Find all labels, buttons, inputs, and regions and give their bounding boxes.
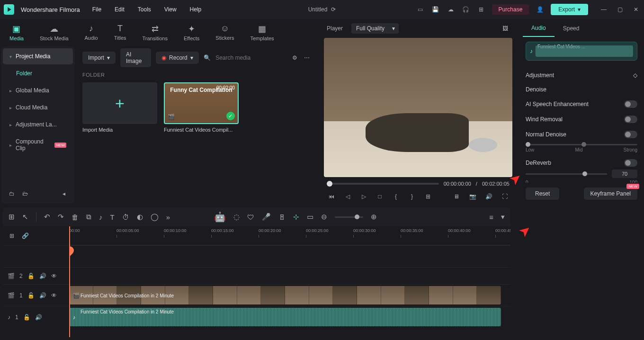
menu-tools[interactable]: Tools bbox=[138, 6, 151, 13]
track-lane-1[interactable]: 🎬 Funniest Cat Videos Compilation in 2 M… bbox=[69, 285, 510, 306]
ai-image-button[interactable]: AI Image bbox=[120, 48, 151, 67]
dereverb-slider[interactable] bbox=[526, 173, 607, 175]
dereverb-value[interactable]: 70 bbox=[612, 170, 637, 178]
lock-icon[interactable]: 🔓 bbox=[27, 273, 35, 279]
sidebar-global-media[interactable]: ▸Global Media bbox=[3, 82, 73, 98]
menu-edit[interactable]: Edit bbox=[115, 6, 125, 13]
visibility-icon[interactable]: 👁 bbox=[51, 292, 57, 299]
ai-button[interactable]: 🤖 bbox=[214, 211, 226, 223]
volume-icon[interactable]: 🔊 bbox=[484, 193, 493, 200]
import-media-tile[interactable]: + Import Media bbox=[82, 82, 157, 133]
account-icon[interactable]: 👤 bbox=[536, 5, 544, 14]
more-icon[interactable]: ⋯ bbox=[304, 54, 311, 62]
close-button[interactable]: ✕ bbox=[632, 5, 640, 14]
stop-button[interactable]: □ bbox=[375, 193, 385, 200]
tab-speed[interactable]: Speed bbox=[555, 20, 588, 36]
normal-denoise-toggle[interactable] bbox=[624, 131, 637, 138]
tab-media[interactable]: ▣Media bbox=[9, 24, 24, 41]
mute-icon[interactable]: 🔊 bbox=[39, 273, 46, 279]
track-lane-2[interactable] bbox=[69, 268, 510, 284]
menu-view[interactable]: View bbox=[164, 6, 177, 13]
mute-icon[interactable]: 🔊 bbox=[35, 314, 42, 321]
lock-icon[interactable]: 🔓 bbox=[27, 292, 35, 299]
chevron-down-icon[interactable]: ▾ bbox=[501, 213, 505, 221]
media-clip-tile[interactable]: 00:02:00 Funny Cat Compilation 🎬 ✓ Funni… bbox=[164, 82, 239, 133]
wind-removal-toggle[interactable] bbox=[624, 116, 637, 123]
tab-titles[interactable]: TTitles bbox=[114, 24, 126, 41]
lock-icon[interactable]: 🔓 bbox=[23, 314, 30, 321]
tab-audio[interactable]: ♪Audio bbox=[85, 24, 98, 41]
list-view-icon[interactable]: ≡ bbox=[489, 213, 493, 221]
playhead[interactable] bbox=[69, 226, 70, 337]
play-backward-button[interactable]: ◁ bbox=[343, 193, 352, 200]
keyframe-diamond-icon[interactable]: ◇ bbox=[633, 72, 637, 79]
menu-help[interactable]: Help bbox=[190, 6, 202, 13]
redo-button[interactable]: ↷ bbox=[58, 213, 64, 221]
record-dropdown[interactable]: ◉Record▾ bbox=[156, 52, 199, 64]
zoom-out-button[interactable]: ⊖ bbox=[321, 213, 327, 221]
video-clip[interactable]: 🎬 Funniest Cat Videos Compilation in 2 M… bbox=[69, 286, 501, 304]
fullscreen-icon[interactable]: ⛶ bbox=[500, 193, 510, 200]
link-icon[interactable]: 🔗 bbox=[21, 232, 29, 240]
display-icon[interactable]: 🖥 bbox=[452, 193, 461, 200]
search-input[interactable] bbox=[215, 54, 286, 61]
mark-in-button[interactable]: { bbox=[391, 193, 401, 200]
snapshot-icon[interactable]: 🖼 bbox=[501, 24, 510, 33]
mask-button[interactable]: ◯ bbox=[151, 213, 159, 221]
tab-templates[interactable]: ▦Templates bbox=[250, 24, 274, 41]
prev-frame-button[interactable]: ⏮ bbox=[327, 193, 336, 200]
music-button[interactable]: ♪ bbox=[99, 213, 103, 221]
add-track-icon[interactable]: ⊞ bbox=[8, 232, 16, 240]
sync-icon[interactable]: ⟳ bbox=[331, 6, 336, 13]
dereverb-toggle[interactable] bbox=[624, 159, 637, 167]
headphones-icon[interactable]: 🎧 bbox=[462, 5, 470, 14]
audio-track-lane[interactable]: ♪ Funniest Cat Videos Compilation in 2 M… bbox=[69, 306, 510, 328]
delete-button[interactable]: 🗑 bbox=[72, 213, 79, 221]
tab-audio[interactable]: Audio bbox=[523, 20, 555, 37]
minimize-button[interactable]: — bbox=[599, 5, 608, 14]
menu-file[interactable]: File bbox=[92, 6, 101, 13]
snap-icon[interactable]: ⊹ bbox=[293, 213, 299, 221]
sidebar-adjustment-layer[interactable]: ▸Adjustment La... bbox=[3, 116, 73, 133]
new-folder-icon[interactable]: 🗀 bbox=[8, 189, 16, 198]
sidebar-cloud-media[interactable]: ▸Cloud Media bbox=[3, 99, 73, 116]
shield-icon[interactable]: 🛡 bbox=[247, 213, 254, 221]
crop-button[interactable]: ⧉ bbox=[86, 213, 91, 221]
visibility-icon[interactable]: 👁 bbox=[51, 273, 57, 279]
text-button[interactable]: T bbox=[110, 213, 115, 221]
track-lane-empty[interactable] bbox=[69, 246, 510, 267]
apps-icon[interactable]: ⊞ bbox=[477, 5, 485, 14]
mic-icon[interactable]: 🎤 bbox=[262, 213, 271, 221]
maximize-button[interactable]: ▢ bbox=[616, 5, 624, 14]
sidebar-folder[interactable]: Folder bbox=[3, 65, 73, 81]
mute-icon[interactable]: 🔊 bbox=[39, 292, 46, 299]
more-button[interactable]: » bbox=[166, 213, 170, 221]
speed-button[interactable]: ⏱ bbox=[122, 213, 129, 221]
audio-clip-preview[interactable]: ♪ Funniest Cat Videos ... bbox=[526, 42, 637, 61]
zoom-slider[interactable] bbox=[335, 216, 363, 218]
mixer-icon[interactable]: 🎚 bbox=[278, 213, 286, 221]
ai-speech-toggle[interactable] bbox=[624, 100, 637, 108]
layout-icon[interactable]: ⊞ bbox=[9, 213, 15, 221]
export-button[interactable]: Export▾ bbox=[551, 4, 588, 15]
quality-dropdown[interactable]: Full Quality ▾ bbox=[351, 23, 399, 34]
undo-button[interactable]: ↶ bbox=[44, 213, 50, 221]
folder-icon[interactable]: 🗁 bbox=[21, 189, 29, 198]
play-button[interactable]: ▷ bbox=[359, 193, 368, 200]
cloud-icon[interactable]: ☁ bbox=[447, 5, 455, 14]
zoom-in-button[interactable]: ⊕ bbox=[371, 213, 377, 221]
purchase-button[interactable]: Purchase bbox=[492, 4, 529, 15]
device-icon[interactable]: ▭ bbox=[416, 5, 425, 14]
tab-stock[interactable]: ☁Stock Media bbox=[40, 24, 69, 41]
color-button[interactable]: ◐ bbox=[137, 213, 143, 221]
frame-icon[interactable]: ▭ bbox=[307, 213, 313, 221]
grid-icon[interactable]: ⊞ bbox=[423, 193, 433, 200]
normal-denoise-slider[interactable] bbox=[526, 144, 637, 145]
tab-transitions[interactable]: ⇄Transitions bbox=[143, 24, 168, 41]
preview-video[interactable] bbox=[324, 38, 512, 177]
tab-stickers[interactable]: ☺Stickers bbox=[215, 24, 234, 41]
collapse-icon[interactable]: ◂ bbox=[60, 189, 68, 198]
audio-clip[interactable]: ♪ Funniest Cat Videos Compilation in 2 M… bbox=[69, 308, 501, 326]
seek-slider[interactable] bbox=[327, 183, 439, 185]
mark-out-button[interactable]: } bbox=[407, 193, 417, 200]
